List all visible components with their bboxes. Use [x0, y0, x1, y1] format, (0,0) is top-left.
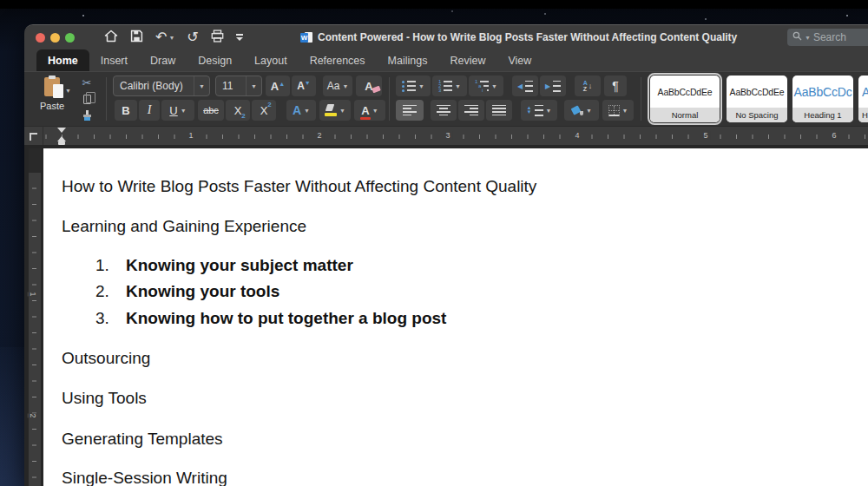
home-icon[interactable]: [104, 30, 118, 46]
multilevel-list-button[interactable]: 1ai ▼: [469, 76, 503, 96]
search-scope-arrow[interactable]: ▼: [805, 35, 811, 41]
decrease-indent-button[interactable]: ◀: [512, 76, 538, 96]
tab-layout[interactable]: Layout: [243, 49, 299, 71]
justify-button[interactable]: [486, 100, 512, 121]
bullets-button[interactable]: ▼: [396, 76, 431, 96]
line-spacing-icon: ▲▼: [527, 105, 543, 116]
zoom-window-button[interactable]: [65, 33, 75, 43]
justify-icon: [492, 105, 506, 116]
subscript-button[interactable]: X2: [226, 100, 250, 121]
customize-toolbar-icon[interactable]: [236, 34, 243, 41]
tab-insert[interactable]: Insert: [89, 49, 139, 71]
doc-heading-outsourcing[interactable]: Outsourcing: [62, 348, 150, 369]
redo-icon[interactable]: ↺: [187, 30, 198, 44]
underline-dropdown-arrow[interactable]: ▼: [181, 108, 187, 114]
document-page[interactable]: How to Write Blog Posts Faster Without A…: [43, 148, 868, 486]
style-label: Normal: [650, 108, 720, 122]
group-separator: [389, 77, 390, 121]
numbering-button[interactable]: 123 ▼: [432, 76, 467, 96]
list-item[interactable]: Knowing how to put together a blog post: [126, 308, 446, 329]
ruler-number: 2: [314, 131, 324, 140]
style-normal[interactable]: AaBbCcDdEe Normal: [650, 76, 720, 122]
tab-design[interactable]: Design: [187, 49, 243, 71]
tab-review[interactable]: Review: [438, 49, 496, 71]
highlight-button[interactable]: ▼: [319, 100, 351, 121]
numbering-dropdown-arrow[interactable]: ▼: [455, 83, 461, 89]
tab-selector-button[interactable]: [24, 127, 43, 146]
list-item[interactable]: Knowing your subject matter: [126, 255, 353, 276]
text-effects-button[interactable]: A▼: [286, 100, 316, 121]
document-title-text: Content Powered - How to Write Blog Post…: [318, 31, 737, 43]
show-paragraph-marks-button[interactable]: ¶: [604, 76, 627, 96]
line-spacing-button[interactable]: ▲▼ ▼: [521, 100, 557, 121]
font-color-dropdown-arrow[interactable]: ▼: [372, 108, 378, 114]
borders-dropdown-arrow[interactable]: ▼: [622, 108, 628, 114]
save-icon[interactable]: [130, 30, 143, 46]
multilevel-dropdown-arrow[interactable]: ▼: [491, 83, 497, 89]
align-left-icon: [403, 105, 417, 116]
document-area: 1 2 How to Write Blog Posts Faster Witho…: [24, 145, 868, 486]
align-center-button[interactable]: [431, 100, 457, 121]
undo-dropdown-arrow[interactable]: ▼: [168, 35, 174, 41]
ruler-number: 2: [28, 413, 38, 417]
print-icon[interactable]: [211, 30, 224, 46]
sort-button[interactable]: AZ↓: [575, 76, 601, 96]
shading-button[interactable]: ▼: [564, 100, 599, 121]
close-window-button[interactable]: [36, 33, 45, 43]
line-spacing-dropdown-arrow[interactable]: ▼: [546, 108, 552, 114]
vertical-ruler[interactable]: 1 2: [29, 148, 41, 486]
paste-button[interactable]: Paste ▼: [31, 76, 73, 122]
doc-heading-single-session[interactable]: Single-Session Writing: [62, 468, 227, 486]
style-heading-1[interactable]: AaBbCcDc Heading 1: [792, 76, 853, 122]
strikethrough-button[interactable]: abc: [198, 100, 224, 121]
style-no-spacing[interactable]: AaBbCcDdEe No Spacing: [727, 76, 787, 122]
shading-dropdown-arrow[interactable]: ▼: [586, 108, 592, 114]
bullets-dropdown-arrow[interactable]: ▼: [418, 83, 424, 89]
align-right-button[interactable]: [458, 100, 484, 121]
doc-heading-experience[interactable]: Learning and Gaining Experience: [62, 216, 306, 237]
multilevel-list-icon: 1ai: [475, 81, 489, 92]
doc-heading-tools[interactable]: Using Tools: [62, 388, 147, 409]
tab-mailings[interactable]: Mailings: [377, 49, 439, 71]
doc-title[interactable]: How to Write Blog Posts Faster Without A…: [62, 176, 536, 197]
horizontal-ruler[interactable]: 1 2 3 4 5 6: [43, 127, 868, 146]
tab-draw[interactable]: Draw: [139, 49, 187, 71]
align-left-button[interactable]: [396, 100, 424, 121]
tab-view[interactable]: View: [496, 49, 542, 71]
group-separator: [106, 77, 107, 121]
change-case-button[interactable]: Aa▼: [323, 76, 352, 96]
format-painter-button[interactable]: [78, 108, 95, 123]
bold-button[interactable]: B: [115, 100, 137, 121]
star-dot: [451, 10, 453, 12]
font-size-select[interactable]: 11 ▼: [215, 76, 262, 96]
shrink-font-button[interactable]: A: [292, 76, 316, 96]
tab-references[interactable]: References: [299, 49, 377, 71]
italic-button[interactable]: I: [139, 100, 160, 121]
grow-font-button[interactable]: A: [266, 76, 290, 96]
superscript-button[interactable]: X2: [252, 100, 276, 121]
cut-button[interactable]: ✂: [78, 75, 95, 90]
undo-button[interactable]: ↶ ▼: [155, 30, 174, 44]
underline-button[interactable]: U▼: [161, 100, 194, 121]
copy-icon: [83, 95, 91, 104]
search-input[interactable]: ▼ Search: [787, 29, 868, 46]
clear-formatting-button[interactable]: A: [356, 76, 382, 96]
font-name-select[interactable]: Calibri (Body) ▼: [113, 76, 210, 96]
sort-icon: AZ↓: [583, 80, 593, 92]
list-item[interactable]: Knowing your tools: [126, 281, 279, 302]
paste-dropdown-arrow[interactable]: ▼: [65, 88, 71, 94]
style-label: H: [858, 108, 868, 122]
tab-home[interactable]: Home: [36, 49, 89, 71]
highlight-dropdown-arrow[interactable]: ▼: [339, 108, 345, 114]
borders-button[interactable]: ▼: [602, 100, 634, 121]
minimize-window-button[interactable]: [50, 33, 60, 43]
ribbon-tab-bar: Home Insert Draw Design Layout Reference…: [24, 49, 868, 72]
font-color-button[interactable]: A▼: [354, 100, 385, 121]
copy-button[interactable]: [78, 91, 95, 107]
scissors-icon: ✂: [82, 76, 92, 89]
first-line-indent-marker[interactable]: [57, 128, 66, 133]
style-heading-2[interactable]: Aa H: [858, 76, 868, 122]
paste-clipboard-icon: [44, 77, 60, 96]
increase-indent-button[interactable]: ▶: [540, 76, 566, 96]
doc-heading-templates[interactable]: Generating Templates: [62, 429, 223, 450]
